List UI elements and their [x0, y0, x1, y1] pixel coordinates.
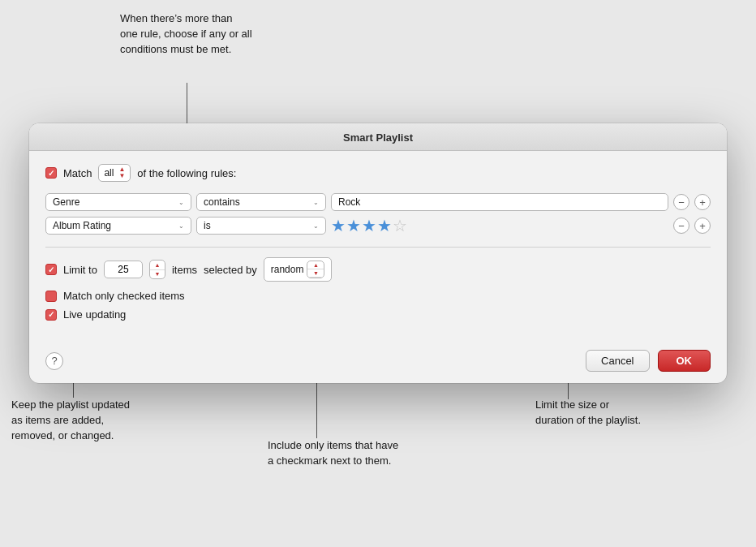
help-button[interactable]: ?: [45, 352, 63, 370]
match-checked-row: Match only checked items: [45, 290, 711, 302]
rule1-value-input[interactable]: [331, 193, 668, 211]
match-value-text: all: [104, 167, 114, 179]
rule1-condition-text: contains: [204, 196, 240, 208]
rule1-field-select[interactable]: Genre ⌄: [45, 193, 191, 211]
star-5: ☆: [393, 216, 407, 235]
limit-label: Limit to: [63, 264, 97, 276]
limit-row: Limit to ▲ ▼ items selected by random ▲ …: [45, 247, 711, 282]
table-row: Album Rating ⌄ is ⌄ ★ ★ ★ ★ ☆ −: [45, 216, 711, 235]
limit-unit-stepper[interactable]: ▲ ▼: [149, 260, 165, 279]
star-4: ★: [377, 216, 392, 235]
rule2-remove-button[interactable]: −: [673, 218, 689, 234]
limit-selected-by-select[interactable]: random ▲ ▼: [264, 257, 333, 282]
ok-button[interactable]: OK: [658, 350, 711, 372]
cancel-button[interactable]: Cancel: [586, 350, 649, 372]
match-value-arrows: ▲ ▼: [118, 166, 125, 179]
rule1-add-button[interactable]: +: [694, 194, 711, 210]
bottom-bar: ? Cancel OK: [29, 340, 727, 383]
callout-bottom-right: Limit the size orduration of the playlis…: [535, 398, 698, 429]
rule1-field-text: Genre: [53, 196, 79, 208]
match-checked-label: Match only checked items: [63, 290, 185, 302]
match-checked-checkbox[interactable]: [45, 291, 57, 302]
rule2-field-text: Album Rating: [53, 220, 111, 231]
rule2-add-button[interactable]: +: [694, 218, 711, 234]
limit-unit-label: items: [172, 264, 197, 276]
table-row: Genre ⌄ contains ⌄ − +: [45, 193, 711, 211]
live-updating-checkbox[interactable]: [45, 309, 57, 321]
match-label-post: of the following rules:: [137, 167, 236, 179]
rule2-field-select[interactable]: Album Rating ⌄: [45, 217, 191, 235]
chevron-down-icon: ⌄: [313, 222, 319, 230]
rule2-condition-select[interactable]: is ⌄: [196, 217, 326, 235]
star-3: ★: [362, 216, 376, 235]
selected-by-stepper[interactable]: ▲ ▼: [307, 261, 324, 278]
live-updating-row: Live updating: [45, 308, 711, 321]
rule2-condition-text: is: [204, 220, 211, 231]
chevron-down-icon: ⌄: [178, 222, 184, 230]
live-updating-label: Live updating: [63, 308, 126, 321]
dialog-title: Smart Playlist: [343, 131, 413, 144]
limit-selected-by-text: random: [271, 264, 304, 275]
callout-bottom-middle: Include only items that havea checkmark …: [268, 438, 454, 469]
callout-top-line: [187, 83, 187, 125]
callout-top: When there’s more thanone rule, choose i…: [120, 11, 299, 58]
match-row: Match all ▲ ▼ of the following rules:: [45, 164, 711, 182]
callout-bottom-left: Keep the playlist updatedas items are ad…: [11, 398, 182, 444]
help-icon: ?: [51, 355, 57, 367]
match-label-pre: Match: [63, 167, 92, 179]
limit-checkbox[interactable]: [45, 264, 57, 275]
star-2: ★: [346, 216, 361, 235]
limit-value-input[interactable]: [104, 261, 143, 278]
smart-playlist-dialog: Smart Playlist Match all ▲ ▼ of the foll…: [29, 123, 727, 383]
dialog-body: Match all ▲ ▼ of the following rules: Ge…: [29, 151, 727, 340]
rule2-stars-value[interactable]: ★ ★ ★ ★ ☆: [331, 216, 668, 235]
rules-area: Genre ⌄ contains ⌄ − + Album Rating: [45, 193, 711, 235]
chevron-down-icon: ⌄: [178, 199, 184, 206]
match-value-select[interactable]: all ▲ ▼: [98, 164, 131, 182]
match-checkbox[interactable]: [45, 167, 57, 179]
rule1-condition-select[interactable]: contains ⌄: [196, 193, 326, 211]
dialog-titlebar: Smart Playlist: [29, 123, 727, 151]
limit-selected-by-label: selected by: [204, 264, 257, 276]
action-buttons: Cancel OK: [586, 350, 711, 372]
rule1-remove-button[interactable]: −: [673, 194, 689, 210]
star-1: ★: [331, 216, 346, 235]
chevron-down-icon: ⌄: [313, 199, 319, 206]
